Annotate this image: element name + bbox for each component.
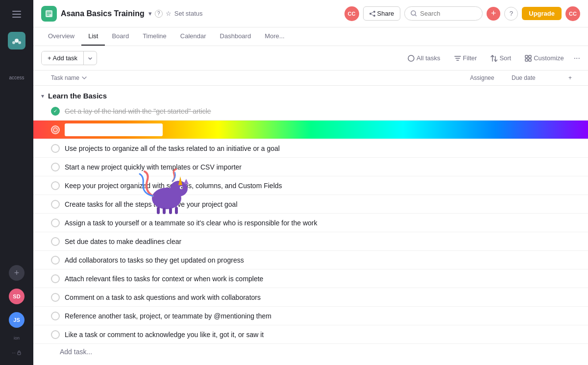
tab-board[interactable]: Board [105, 27, 136, 46]
add-column-button[interactable]: + [568, 74, 580, 81]
svg-rect-6 [18, 352, 21, 355]
task-name: Keep your project organized with section… [65, 182, 453, 190]
tab-overview[interactable]: Overview [41, 27, 81, 46]
all-tasks-button[interactable]: All tasks [404, 52, 444, 64]
task-check[interactable] [51, 312, 60, 320]
table-row[interactable]: Add collaborators to tasks so they get u… [33, 251, 588, 269]
svg-rect-15 [525, 59, 528, 61]
task-name: Reference another task, project, or team… [65, 312, 453, 320]
col-task-name-header: Task name [51, 74, 453, 81]
help-button[interactable]: ? [504, 7, 518, 21]
tab-timeline[interactable]: Timeline [136, 27, 173, 46]
table-row-editing[interactable] [33, 121, 588, 139]
task-check[interactable] [51, 219, 60, 227]
table-row[interactable]: Like a task or comment to acknowledge yo… [33, 325, 588, 344]
table-row[interactable]: Set due dates to make deadlines clear [33, 232, 588, 251]
task-check[interactable] [51, 163, 60, 171]
add-task-inline[interactable]: Add task... [33, 344, 588, 360]
user-avatar[interactable]: CC [565, 6, 580, 21]
task-check[interactable] [51, 293, 60, 302]
add-task-dropdown[interactable] [83, 51, 97, 65]
task-name: Use projects to organize all of the task… [65, 145, 453, 152]
sidebar: access + SD JS ion ··· [0, 0, 33, 365]
share-label: Share [377, 10, 394, 17]
task-check[interactable] [51, 256, 60, 265]
toolbar: + Add task All tasks [33, 46, 588, 71]
task-name: Create tasks for all the steps to achiev… [65, 200, 453, 208]
svg-rect-14 [529, 55, 531, 58]
chevron-down-icon [81, 75, 87, 81]
task-name-input[interactable] [65, 123, 163, 136]
svg-rect-10 [47, 15, 49, 16]
tab-calendar[interactable]: Calendar [173, 27, 213, 46]
table-row[interactable]: Reference another task, project, or team… [33, 307, 588, 325]
customize-icon [525, 55, 532, 62]
filter-icon [454, 55, 461, 62]
svg-point-4 [12, 41, 15, 44]
task-name: Start a new project quickly with templat… [65, 163, 453, 171]
svg-rect-0 [12, 11, 21, 12]
task-name: Set due dates to make deadlines clear [65, 238, 453, 245]
task-name: Get a lay of the land with the "get star… [65, 107, 453, 115]
task-check[interactable] [51, 200, 60, 209]
sidebar-add-button[interactable]: + [9, 265, 24, 281]
task-check[interactable] [51, 144, 60, 153]
circle-icon [408, 55, 415, 62]
app-logo [8, 32, 25, 49]
section-collapse-button[interactable]: ▾ [41, 93, 44, 99]
svg-rect-8 [47, 12, 51, 13]
project-title: Asana Basics Training [61, 9, 145, 18]
task-check[interactable] [51, 237, 60, 246]
set-status[interactable]: Set status [174, 10, 203, 17]
add-task-button[interactable]: + Add task [42, 51, 83, 65]
table-row[interactable]: Create tasks for all the steps to achiev… [33, 195, 588, 214]
table-row[interactable]: Use projects to organize all of the task… [33, 139, 588, 158]
svg-rect-9 [47, 13, 51, 14]
search-input[interactable] [420, 10, 469, 17]
customize-button[interactable]: Customize [521, 52, 567, 64]
access-label: access [9, 75, 24, 80]
add-button[interactable]: + [487, 7, 500, 21]
task-check[interactable] [51, 181, 60, 190]
section-organize-your-work: ▾ Organize your work [33, 360, 588, 365]
col-due-date-header: Due date + [512, 74, 580, 81]
avatar-js: JS [9, 312, 24, 328]
table-row[interactable]: Comment on a task to ask questions and w… [33, 288, 588, 307]
star-icon[interactable]: ☆ [166, 10, 172, 17]
upgrade-button[interactable]: Upgrade [522, 7, 562, 20]
nav-tabs: Overview List Board Timeline Calendar Da… [33, 27, 588, 46]
svg-rect-2 [12, 17, 21, 18]
share-button[interactable]: Share [363, 6, 401, 21]
tab-more[interactable]: More... [258, 27, 291, 46]
section-title: Learn the Basics [48, 92, 107, 100]
lock-indicator: ··· [12, 350, 22, 359]
sort-icon [490, 55, 497, 62]
task-check[interactable] [51, 274, 60, 283]
avatar-sd: SD [9, 289, 24, 304]
table-row[interactable]: Attach relevant files to tasks for conte… [33, 269, 588, 288]
tab-dashboard[interactable]: Dashboard [213, 27, 258, 46]
info-icon[interactable]: ? [155, 10, 163, 18]
more-options-button[interactable]: ··· [574, 54, 580, 63]
col-assignee-header: Assignee [453, 74, 512, 81]
tab-list[interactable]: List [81, 27, 105, 46]
header-icons: ▾ ? ☆ Set status [148, 10, 203, 18]
task-check[interactable] [51, 330, 60, 339]
search-bar[interactable] [404, 6, 483, 21]
table-row[interactable]: Keep your project organized with section… [33, 176, 588, 195]
table-row[interactable]: Assign a task to yourself or a teammate … [33, 214, 588, 232]
task-check-completed[interactable]: ✓ [51, 107, 60, 116]
task-name: Assign a task to yourself or a teammate … [65, 219, 453, 227]
add-task-group: + Add task [41, 51, 97, 65]
sort-button[interactable]: Sort [487, 52, 515, 64]
svg-rect-16 [529, 59, 531, 61]
table-row[interactable]: Start a new project quickly with templat… [33, 158, 588, 176]
task-name: Comment on a task to ask questions and w… [65, 293, 453, 301]
filter-button[interactable]: Filter [450, 52, 481, 64]
task-check-editing[interactable] [51, 125, 60, 134]
table-row[interactable]: ✓ Get a lay of the land with the "get st… [33, 102, 588, 121]
chevron-down-icon[interactable]: ▾ [148, 10, 152, 17]
svg-rect-13 [525, 55, 528, 58]
sidebar-menu-icon[interactable] [8, 6, 25, 24]
task-name: Add collaborators to tasks so they get u… [65, 256, 453, 264]
